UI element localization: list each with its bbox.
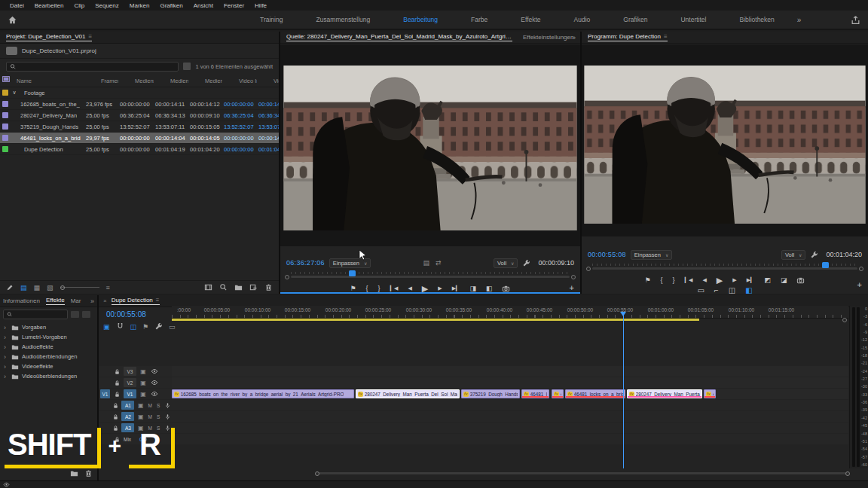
home-icon[interactable]	[8, 15, 17, 25]
add-marker-icon[interactable]: ⚑	[142, 323, 148, 331]
create-bin-from-search-icon[interactable]	[183, 63, 191, 70]
chevron-right-icon[interactable]: ›	[4, 343, 8, 351]
new-bin-icon[interactable]	[234, 283, 243, 291]
timeline-clip[interactable]: fx 280247_Delivery_Man_Puerta_Del_Sol_Ma…	[356, 389, 460, 398]
menu-item[interactable]: Fenster	[219, 2, 249, 9]
drag-av-icon[interactable]: ⇄	[436, 259, 442, 267]
effects-search-input[interactable]	[16, 311, 64, 318]
share-export-icon[interactable]	[851, 15, 860, 25]
program-scrubber[interactable]	[586, 262, 863, 271]
step-forward-button[interactable]: ▶	[438, 285, 442, 292]
effects-tree-item[interactable]: › Videoüberblendungen	[0, 371, 97, 381]
multicam-button[interactable]: ◫	[729, 286, 735, 294]
track-target-button[interactable]: A2	[121, 412, 134, 421]
trim-button[interactable]: ⌐	[714, 286, 719, 294]
captions-icon[interactable]: ▭	[169, 323, 176, 331]
close-icon[interactable]: ×	[103, 297, 107, 304]
workspace-tab[interactable]: Bibliotheken	[723, 13, 790, 26]
workspace-tab[interactable]: Effekte	[504, 13, 557, 26]
automate-to-sequence-icon[interactable]	[204, 283, 212, 291]
sync-lock-icon[interactable]: ▣	[136, 402, 145, 409]
workspace-tab[interactable]: Zusammenstellung	[299, 13, 387, 26]
add-marker-button[interactable]: ⚑	[645, 276, 651, 284]
video-track-lane[interactable]	[172, 377, 848, 388]
track-lock-icon[interactable]	[112, 380, 121, 386]
column-header[interactable]: Medienstart	[118, 78, 154, 84]
label-color-chip[interactable]	[2, 146, 8, 152]
track-target-button[interactable]: A1	[121, 401, 134, 410]
source-playhead-handle[interactable]	[349, 270, 356, 276]
effects-panel-tab[interactable]: Mar	[71, 297, 81, 305]
mark-in-button[interactable]: {	[661, 276, 663, 284]
button-editor-icon[interactable]: +	[570, 283, 574, 292]
column-header[interactable]: Name	[0, 78, 84, 84]
zoom-scrollbar-end-handle[interactable]	[842, 318, 847, 322]
program-fit-dropdown[interactable]: Einpassen∨	[631, 250, 672, 260]
track-output-icon[interactable]	[150, 379, 159, 386]
trash-icon[interactable]	[84, 469, 93, 477]
timeline-clip[interactable]: fx 162685_boats_on_the_river_by_a_bridge…	[172, 389, 354, 398]
menu-item[interactable]: Hilfe	[249, 2, 272, 9]
icon-view-icon[interactable]: ▦	[34, 284, 41, 291]
new-custom-bin-icon[interactable]	[70, 469, 78, 477]
program-video-area[interactable]	[582, 44, 868, 236]
step-back-button[interactable]: ◀	[408, 285, 411, 292]
timeline-clip[interactable]: fx 4648	[552, 389, 564, 398]
table-row[interactable]: 280247_Delivery_Man 25,00 fps 06:36:25:0…	[0, 110, 279, 121]
track-lock-icon[interactable]	[112, 413, 120, 420]
scrub-start-handle[interactable]	[285, 275, 289, 279]
track-output-icon[interactable]	[150, 390, 159, 398]
mark-out-button[interactable]: }	[673, 276, 675, 284]
column-header[interactable]: Video Out	[257, 78, 279, 84]
step-back-button[interactable]: ◀	[702, 276, 706, 284]
chevron-right-icon[interactable]: ›	[4, 363, 8, 371]
project-file-row[interactable]: Dupe_Detection_V01.prproj	[0, 44, 279, 59]
sync-lock-icon[interactable]: ▣	[139, 368, 148, 375]
timeline-tab[interactable]: Dupe Detection≡	[112, 297, 160, 305]
audio-track-header[interactable]: A2 ▣ M S	[99, 411, 172, 422]
comparison-view-button[interactable]: ◧	[745, 286, 752, 294]
mute-button[interactable]: M	[147, 403, 153, 408]
timeline-clip[interactable]: fx 280247_Delivery_Man_Puerta_Del_Sol_Ma…	[627, 389, 702, 398]
column-header[interactable]: Mediendauer	[188, 78, 222, 84]
extract-button[interactable]: ◪	[781, 276, 787, 284]
label-color-chip[interactable]	[2, 101, 8, 107]
sync-lock-icon[interactable]: ▣	[139, 380, 148, 386]
insert-button[interactable]: ◨	[469, 285, 476, 292]
audio-track-lane[interactable]	[172, 400, 848, 410]
effects-tree-item[interactable]: › Audioeffekte	[0, 342, 97, 352]
tab-overflow-icon[interactable]: »	[90, 297, 94, 305]
menu-item[interactable]: Ansicht	[188, 2, 219, 9]
snap-icon[interactable]	[116, 322, 124, 331]
track-lock-icon[interactable]	[112, 368, 121, 375]
table-row[interactable]: 162685_boats_on_the_ 23,976 fps 00:00:00…	[0, 99, 279, 110]
scrollbar-left-handle[interactable]	[315, 471, 319, 476]
new-item-icon[interactable]	[249, 283, 258, 291]
lift-button[interactable]: ◩	[764, 276, 771, 284]
timeline-clip[interactable]: fx 4648	[704, 389, 716, 398]
workspace-overflow-icon[interactable]: »	[797, 16, 802, 24]
label-color-chip[interactable]	[2, 124, 8, 130]
chevron-right-icon[interactable]: ›	[4, 324, 8, 331]
audio-track-lane[interactable]	[172, 411, 848, 422]
timeline-scrollbar[interactable]	[172, 470, 848, 476]
label-color-chip[interactable]	[2, 112, 8, 118]
track-output-icon[interactable]	[150, 368, 159, 375]
menu-item[interactable]: Marken	[124, 2, 155, 9]
accelerated-effects-badge[interactable]	[71, 311, 79, 318]
zoom-slider[interactable]	[60, 287, 99, 288]
workspace-tab[interactable]: Bearbeitung	[387, 13, 454, 26]
source-monitor-tab[interactable]: Quelle: 280247_Delivery_Man_Puerta_Del_S…	[286, 33, 512, 41]
program-monitor-tab[interactable]: Programm: Dupe Detection≡	[588, 33, 668, 41]
tab-overflow-icon[interactable]: »	[572, 34, 576, 41]
mark-in-button[interactable]: {	[366, 285, 368, 292]
nest-toggle-icon[interactable]: ▣	[103, 323, 110, 331]
source-patch[interactable]: V1	[100, 389, 110, 398]
effects-tree-item[interactable]: › Videoeffekte	[0, 361, 97, 371]
list-view-icon[interactable]: ▤	[20, 284, 27, 291]
table-row[interactable]: ∨ Footage	[0, 87, 279, 99]
audio-track-lane[interactable]	[172, 422, 848, 433]
timeline-timecode[interactable]: 00:00:55:08	[106, 310, 146, 319]
source-quality-dropdown[interactable]: Voll∨	[494, 258, 518, 268]
workspace-tab[interactable]: Grafiken	[607, 13, 664, 26]
